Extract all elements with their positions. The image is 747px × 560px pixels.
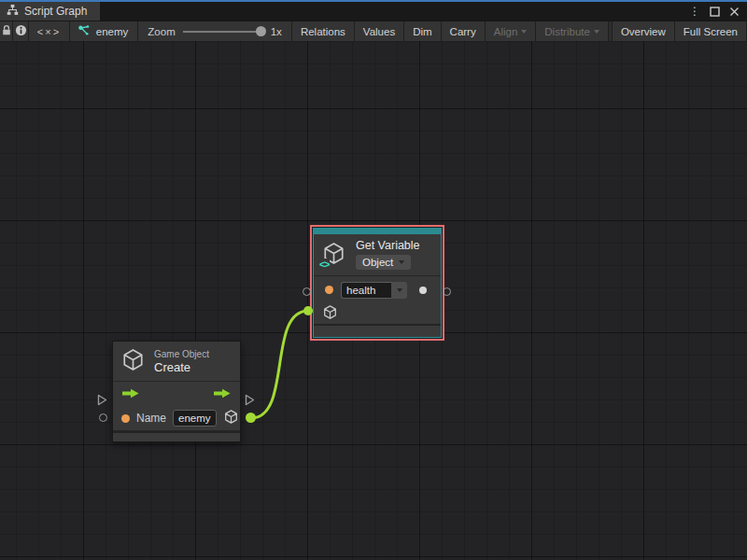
name-input-field[interactable]: [173, 410, 217, 427]
code-preview-button[interactable]: <×>: [29, 21, 70, 41]
chevron-down-icon: [521, 30, 527, 34]
node-title: Create: [154, 360, 209, 374]
dim-button[interactable]: Dim: [404, 21, 441, 41]
create-flow-row: [113, 382, 240, 406]
graph-canvas[interactable]: Game Object Create Name: [0, 41, 747, 560]
node-title: Get Variable: [356, 239, 420, 252]
titlebar-spacer: [100, 2, 689, 21]
variable-name-input-port[interactable]: [303, 287, 311, 296]
chevron-down-icon: [397, 288, 402, 292]
object-target-row: [314, 304, 441, 325]
window-controls: ⋮: [689, 2, 747, 21]
distribute-dropdown-button[interactable]: Distribute: [536, 21, 609, 41]
graph-toolbar: <×> enemy Zoom 1x Relations: [0, 21, 747, 41]
variable-name-field-group: [341, 282, 407, 299]
tab-label: Script Graph: [24, 5, 87, 18]
titlebar: Script Graph ⋮: [0, 2, 747, 21]
create-node-header: Game Object Create: [113, 342, 240, 381]
flow-in-arrow-icon[interactable]: [121, 385, 140, 402]
close-icon[interactable]: [729, 7, 740, 17]
game-object-input-icon: [322, 304, 338, 324]
lock-button[interactable]: [0, 21, 13, 41]
zoom-value: 1x: [271, 26, 282, 37]
graph-node-icon: [78, 24, 91, 38]
flow-out-port[interactable]: [245, 393, 255, 410]
zoom-label: Zoom: [148, 26, 175, 37]
chevron-down-icon: [399, 260, 404, 264]
value-output-port[interactable]: [443, 287, 451, 296]
zoom-slider-track: [183, 31, 263, 33]
align-dropdown-button[interactable]: Align: [486, 21, 537, 41]
node-footer: [113, 433, 240, 441]
info-icon: [15, 24, 27, 38]
variable-name-input[interactable]: [341, 282, 391, 299]
node-footer: [314, 326, 441, 337]
breadcrumb-graph-name: enemy: [96, 26, 129, 37]
get-variable-node-body: <> Get Variable Object: [313, 228, 442, 338]
string-port-icon: [325, 286, 333, 294]
zoom-slider[interactable]: [183, 27, 263, 36]
node-get-variable-selected[interactable]: <> Get Variable Object: [310, 225, 444, 341]
game-object-output-port-connected[interactable]: [246, 413, 256, 423]
window-menu-icon[interactable]: ⋮: [689, 6, 700, 17]
graph-breadcrumb[interactable]: enemy: [70, 21, 139, 41]
game-object-cube-icon: [120, 347, 146, 376]
maximize-icon[interactable]: [710, 7, 720, 17]
graph-hierarchy-icon: [7, 3, 19, 20]
info-button[interactable]: [13, 21, 29, 41]
variable-name-row: [314, 276, 441, 304]
value-output-icon: [419, 287, 427, 294]
script-graph-window: Script Graph ⋮: [0, 0, 747, 560]
variable-code-icon: <>: [318, 259, 330, 270]
overview-button[interactable]: Overview: [612, 21, 675, 41]
relations-button[interactable]: Relations: [292, 21, 355, 41]
tab-script-graph[interactable]: Script Graph: [0, 2, 100, 21]
zoom-slider-handle[interactable]: [256, 26, 266, 36]
node-game-object-create[interactable]: Game Object Create Name: [112, 341, 241, 442]
variable-name-dropdown-button[interactable]: [391, 282, 407, 299]
create-name-row: Name: [113, 406, 240, 430]
code-icon: <×>: [37, 26, 61, 37]
flow-in-port[interactable]: [97, 393, 107, 410]
chevron-down-icon: [594, 30, 599, 34]
game-object-output-icon: [223, 409, 239, 428]
string-port-icon: [121, 414, 130, 423]
fullscreen-button[interactable]: Full Screen: [675, 21, 747, 41]
variable-object-icon: <>: [321, 241, 347, 267]
variable-scope-dropdown[interactable]: Object: [356, 255, 411, 270]
object-input-port-connected[interactable]: [303, 306, 313, 315]
flow-out-arrow-icon[interactable]: [213, 385, 232, 402]
values-button[interactable]: Values: [355, 21, 404, 41]
get-variable-header: <> Get Variable Object: [314, 234, 441, 275]
lock-icon: [1, 24, 12, 38]
zoom-control: Zoom 1x: [138, 21, 292, 41]
name-port-label: Name: [136, 412, 166, 425]
node-category-label: Game Object: [154, 349, 209, 359]
carry-button[interactable]: Carry: [442, 21, 486, 41]
name-input-port[interactable]: [99, 413, 107, 422]
